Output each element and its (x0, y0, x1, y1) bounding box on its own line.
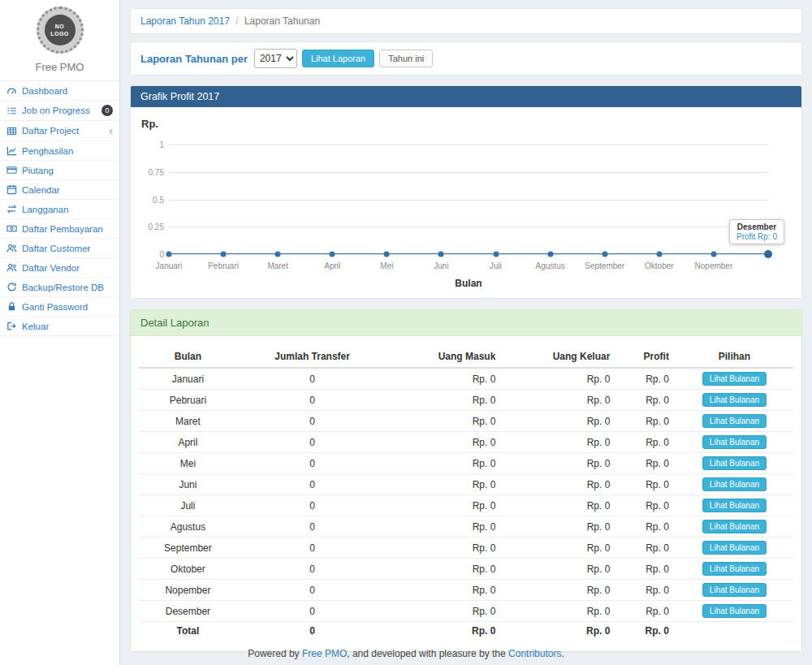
profit-cell: Rp. 0 (616, 474, 676, 495)
lihat-bulanan-button-pebruari[interactable]: Lihat Bulanan (702, 393, 767, 407)
chart-point-september[interactable] (602, 252, 607, 257)
footer-link-freepmo[interactable]: Free PMO (302, 648, 347, 659)
detail-panel-title: Detail Laporan (131, 310, 801, 336)
uang-keluar-cell: Rp. 0 (502, 601, 616, 622)
sidebar-item-daftar-vendor[interactable]: Daftar Vendor (0, 258, 119, 278)
uang-masuk-cell: Rp. 0 (387, 516, 502, 538)
chart-point-januari[interactable] (166, 252, 172, 257)
sidebar-item-label: Penghasilan (22, 146, 73, 156)
sidebar-item-langganan[interactable]: Langganan (0, 200, 119, 219)
sidebar-item-daftar-project[interactable]: Daftar Project‹ (0, 121, 119, 141)
exchange-icon (6, 204, 19, 214)
chart-point-mei[interactable] (384, 252, 390, 257)
sidebar-item-job-on-progress[interactable]: Job on Progress0 (0, 101, 119, 121)
bulan-cell: Maret (139, 411, 237, 432)
sidebar-item-calendar[interactable]: Calendar (0, 180, 119, 200)
table-row-maret: Maret0Rp. 0Rp. 0Rp. 0Lihat Bulanan (139, 411, 793, 432)
footer-link-contributors[interactable]: Contributors (508, 648, 561, 659)
jumlah-transfer-cell: 0 (237, 538, 387, 559)
lihat-laporan-button[interactable]: Lihat Laporan (302, 50, 374, 67)
lihat-bulanan-button-januari[interactable]: Lihat Bulanan (702, 372, 767, 386)
jumlah-transfer-cell: 0 (237, 368, 387, 390)
sidebar-item-dashboard[interactable]: Dashboard (0, 81, 119, 101)
table-row-oktober: Oktober0Rp. 0Rp. 0Rp. 0Lihat Bulanan (139, 559, 793, 580)
sidebar-item-daftar-customer[interactable]: Daftar Customer (0, 239, 119, 258)
chart-line-icon (6, 145, 19, 156)
breadcrumb-link-year[interactable]: Laporan Tahun 2017 (140, 15, 230, 27)
lihat-bulanan-button-juli[interactable]: Lihat Bulanan (702, 499, 767, 512)
chart-point-agustus[interactable] (547, 252, 553, 257)
chart-point-juni[interactable] (438, 252, 444, 257)
chart-point-nopember[interactable] (710, 252, 716, 257)
dashboard-icon (6, 85, 19, 96)
jumlah-transfer-cell: 0 (237, 495, 387, 516)
sidebar-item-piutang[interactable]: Piutang (0, 161, 119, 180)
gridline: 0.5 (169, 200, 768, 201)
tasks-icon (6, 106, 19, 116)
table-total-row: Total0Rp. 0Rp. 0Rp. 0 (139, 622, 793, 641)
profit-cell: Rp. 0 (616, 368, 676, 390)
gridline: 0.75 (169, 172, 768, 173)
y-axis-title: Rp. (141, 118, 158, 130)
tahun-ini-button[interactable]: Tahun ini (379, 50, 433, 67)
sidebar-item-daftar-pembayaran[interactable]: Daftar Pembayaran (0, 219, 119, 239)
uang-keluar-cell: Rp. 0 (502, 390, 616, 411)
col-header-pilihan: Pilihan (676, 346, 793, 368)
chart-point-desember[interactable] (764, 250, 772, 258)
bulan-cell: Oktober (139, 559, 237, 580)
uang-masuk-cell: Rp. 0 (387, 390, 502, 411)
table-row-nopember: Nopember0Rp. 0Rp. 0Rp. 0Lihat Bulanan (139, 580, 793, 601)
lihat-bulanan-button-juni[interactable]: Lihat Bulanan (702, 477, 767, 491)
sidebar-item-label: Daftar Project (22, 126, 79, 136)
detail-panel-body: BulanJumlah TransferUang MasukUang Kelua… (131, 336, 801, 651)
chart-plot: Desember Profit Rp: 0 Bulan 10.750.50.25… (169, 145, 768, 254)
table-row-desember: Desember0Rp. 0Rp. 0Rp. 0Lihat Bulanan (139, 601, 793, 622)
lihat-bulanan-button-nopember[interactable]: Lihat Bulanan (702, 583, 767, 597)
lihat-bulanan-button-agustus[interactable]: Lihat Bulanan (702, 520, 767, 533)
sidebar-item-keluar[interactable]: Keluar (0, 317, 119, 336)
profit-chart: Rp. Desember Profit Rp: 0 Bulan 10.750.5… (131, 107, 801, 298)
pilihan-cell: Lihat Bulanan (676, 390, 793, 411)
uang-masuk-cell: Rp. 0 (387, 453, 502, 474)
chart-point-pebruari[interactable] (221, 252, 227, 257)
tooltip-value: Profit Rp: 0 (736, 232, 777, 241)
report-filter-panel: Laporan Tahunan per 2017 Lihat Laporan T… (130, 41, 802, 76)
jumlah-transfer-cell: 0 (237, 432, 387, 453)
sidebar-item-label: Keluar (22, 322, 49, 331)
chart-point-juli[interactable] (493, 252, 499, 257)
x-tick-label: Agustus (536, 261, 565, 270)
lihat-bulanan-button-maret[interactable]: Lihat Bulanan (702, 414, 767, 428)
sidebar: NO LOGO Free PMO DashboardJob on Progres… (0, 0, 120, 665)
sidebar-item-ganti-password[interactable]: Ganti Password (0, 297, 119, 317)
bulan-cell: Desember (139, 601, 237, 622)
chart-point-oktober[interactable] (656, 252, 662, 257)
uang-masuk-cell: Rp. 0 (387, 411, 502, 432)
laporan-table: BulanJumlah TransferUang MasukUang Kelua… (139, 346, 793, 640)
x-axis-title: Bulan (455, 278, 482, 289)
chart-point-maret[interactable] (275, 252, 281, 257)
pilihan-cell: Lihat Bulanan (676, 474, 793, 495)
lihat-bulanan-button-april[interactable]: Lihat Bulanan (702, 435, 767, 449)
bulan-cell: Agustus (139, 516, 237, 538)
gridline: 1 (169, 145, 768, 145)
pilihan-cell: Lihat Bulanan (676, 432, 793, 453)
lihat-bulanan-button-mei[interactable]: Lihat Bulanan (702, 456, 767, 470)
chart-point-april[interactable] (330, 252, 335, 257)
sidebar-item-backup-restore-db[interactable]: Backup/Restore DB (0, 278, 119, 297)
bulan-cell: Januari (139, 368, 237, 390)
lihat-bulanan-button-desember[interactable]: Lihat Bulanan (702, 604, 767, 618)
total-pilihan-cell (676, 622, 793, 641)
lihat-bulanan-button-oktober[interactable]: Lihat Bulanan (702, 562, 767, 576)
sidebar-item-label: Backup/Restore DB (22, 283, 104, 292)
jumlah-transfer-cell: 0 (237, 559, 387, 580)
bulan-cell: Juli (139, 495, 237, 516)
main-content: Laporan Tahun 2017 / Laporan Tahunan Lap… (120, 0, 812, 660)
sidebar-item-label: Daftar Vendor (22, 263, 80, 273)
sidebar-item-penghasilan[interactable]: Penghasilan (0, 141, 119, 161)
col-header-uang-masuk: Uang Masuk (387, 346, 502, 368)
profit-cell: Rp. 0 (616, 559, 676, 580)
year-select[interactable]: 2017 (254, 49, 297, 68)
lihat-bulanan-button-september[interactable]: Lihat Bulanan (702, 541, 767, 555)
x-tick-label: Nopember (695, 261, 733, 270)
credit-card-icon (6, 165, 19, 175)
